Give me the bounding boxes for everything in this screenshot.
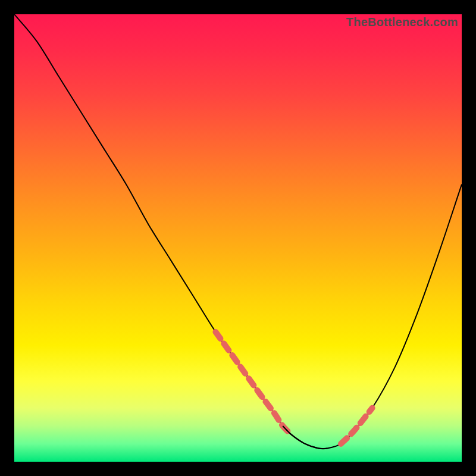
- right-highlight-region: [341, 408, 372, 444]
- chart-frame: TheBottleneck.com: [0, 0, 476, 476]
- bottleneck-curve: [14, 14, 462, 449]
- plot-area: TheBottleneck.com: [14, 14, 462, 462]
- left-highlight-region: [215, 332, 292, 435]
- chart-svg: [14, 14, 462, 462]
